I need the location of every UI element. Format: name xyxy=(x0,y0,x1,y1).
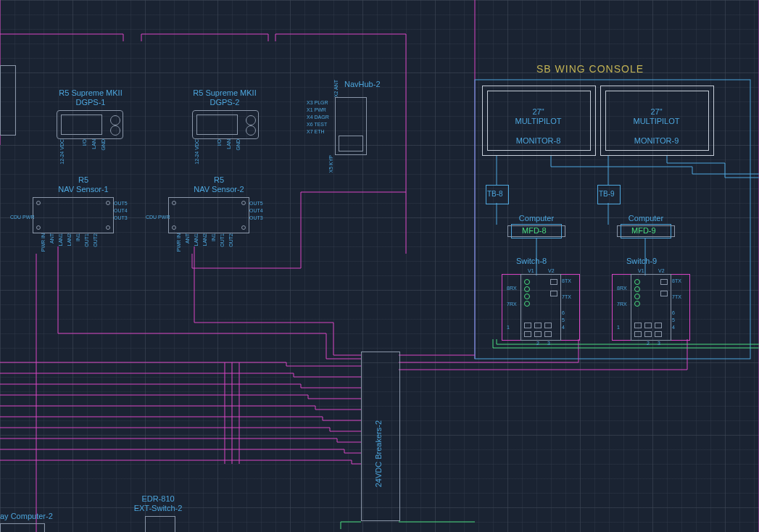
nav2-cdu: CDU PWR xyxy=(146,215,170,220)
sw8-v2: V2 xyxy=(548,268,555,274)
sw8-v1: V1 xyxy=(528,268,534,274)
mfd9-id: MFD-9 xyxy=(631,226,656,236)
sw9-v2: V2 xyxy=(658,268,665,274)
sw8-8rx: 8RX xyxy=(507,286,517,291)
nav1-out1: OUT1 xyxy=(84,233,90,247)
sw8-7rx: 7RX xyxy=(507,302,517,307)
nav1-ant: ANT xyxy=(49,233,55,244)
sw8-4: 4 xyxy=(562,325,565,331)
nav2-in1: IN1 xyxy=(211,233,217,241)
sw9-6: 6 xyxy=(672,310,675,316)
nav1-lan2: LAN2 xyxy=(67,233,72,246)
nav2-pwr: PWR IN xyxy=(176,233,182,252)
sb-wing-title: SB WING CONSOLE xyxy=(536,63,644,75)
sw8-7tx: 7TX xyxy=(562,294,571,300)
sw9-8tx: 8TX xyxy=(672,278,681,284)
nav2-title: R5NAV Sensor-2 xyxy=(183,175,255,194)
breakers-label: 24VDC Breakers-2 xyxy=(374,420,383,487)
edr-body xyxy=(145,516,175,532)
nav2-out4: OUT4 xyxy=(249,208,263,214)
nav2-out3: OUT3 xyxy=(249,215,263,221)
dgps2-pin4: GND xyxy=(236,139,241,151)
dgps2-body xyxy=(192,110,259,139)
tb9-label: TB-9 xyxy=(599,190,615,199)
sw8-8tx: 8TX xyxy=(562,278,571,284)
sw9-7tx: 7TX xyxy=(672,294,681,300)
nav1-cdu: CDU PWR xyxy=(10,215,34,220)
mfd9-title: Computer xyxy=(624,214,668,223)
nav2-out2: OUT2 xyxy=(228,233,234,247)
sw9-8rx: 8RX xyxy=(617,286,627,291)
nav1-out3: OUT3 xyxy=(114,215,128,221)
sw8-3: 3 xyxy=(547,341,550,346)
nav2-out5: OUT5 xyxy=(249,201,263,207)
sw8-1: 1 xyxy=(507,325,510,331)
switch9-body xyxy=(631,274,671,341)
dgps1-pin3: LAN xyxy=(91,139,97,149)
dgps1-pin4: GND xyxy=(101,139,107,151)
sw9-1: 1 xyxy=(617,325,620,331)
nav1-out2: OUT2 xyxy=(93,233,99,247)
dgps2-pin2: I/O xyxy=(217,139,223,146)
ay-comp-body xyxy=(0,523,45,532)
dgps1-pin2: I/O xyxy=(82,139,88,146)
nav1-lan1: LAN1 xyxy=(58,233,64,246)
sw8-6: 6 xyxy=(562,310,565,316)
dgps1-body xyxy=(57,110,123,139)
navhub-pin2: X3 PLGR xyxy=(307,100,328,106)
cad-canvas[interactable]: R5 Supreme MKIIDGPS-1 12-24 VDC I/O LAN … xyxy=(0,0,759,532)
mfd8-title: Computer xyxy=(515,214,558,223)
sw9-3: 3 xyxy=(658,341,660,346)
switch9-title: Switch-9 xyxy=(626,257,657,266)
monitor8-label: 27" MULTIPILOT MONITOR-8 xyxy=(482,107,594,146)
sw9-4: 4 xyxy=(672,325,675,331)
mfd8-id: MFD-8 xyxy=(522,226,547,236)
nav1-out5: OUT5 xyxy=(114,201,128,207)
nav2-lan1: LAN1 xyxy=(194,233,199,246)
nav1-pwr: PWR IN xyxy=(41,233,46,252)
dgps2-pin1: 12-24 VDC xyxy=(194,139,200,165)
dgps2-title: R5 Supreme MKIIDGPS-2 xyxy=(185,88,265,107)
dgps2-pin3: LAN xyxy=(226,139,232,149)
nav2-ant: ANT xyxy=(185,233,191,244)
switch8-body xyxy=(520,274,561,341)
sw9-5: 5 xyxy=(672,317,675,323)
nav2-out1: OUT1 xyxy=(220,233,225,247)
sw9-7rx: 7RX xyxy=(617,302,627,307)
nav1-title: R5NAV Sensor-1 xyxy=(47,175,120,194)
navhub-pin6: X7 ETH xyxy=(307,129,325,135)
navhub-body xyxy=(335,97,367,155)
navhub-pin4: X4 DAGR xyxy=(307,115,329,120)
navhub-pin1: X2 ANT xyxy=(333,80,339,97)
sw9-v1: V1 xyxy=(638,268,644,274)
navhub-title: NavHub-2 xyxy=(344,80,381,89)
nav1-in1: IN1 xyxy=(75,233,81,241)
nav1-out4: OUT4 xyxy=(114,208,128,214)
sw9-2: 2 xyxy=(647,341,650,346)
edr-title: EDR-810EXT-Switch-2 xyxy=(122,494,194,513)
navhub-pin7: X5 KYP xyxy=(328,155,334,173)
nav1-body xyxy=(33,197,114,233)
nav2-body xyxy=(168,197,249,233)
nav2-lan2: LAN2 xyxy=(202,233,208,246)
sw8-2: 2 xyxy=(536,341,539,346)
switch8-title: Switch-8 xyxy=(516,257,547,266)
sw8-5: 5 xyxy=(562,317,565,323)
navhub-pin5: X6 TEST xyxy=(307,122,327,128)
monitor9-label: 27" MULTIPILOT MONITOR-9 xyxy=(600,107,713,146)
navhub-pin3: X1 PWR xyxy=(307,107,326,113)
ay-comp-title: ay Computer-2 xyxy=(0,512,53,521)
tb8-label: TB-8 xyxy=(487,190,503,199)
dgps1-title: R5 Supreme MKIIDGPS-1 xyxy=(51,88,130,107)
device-partial-left xyxy=(0,65,16,136)
dgps1-pin1: 12-24 VDC xyxy=(59,139,65,165)
